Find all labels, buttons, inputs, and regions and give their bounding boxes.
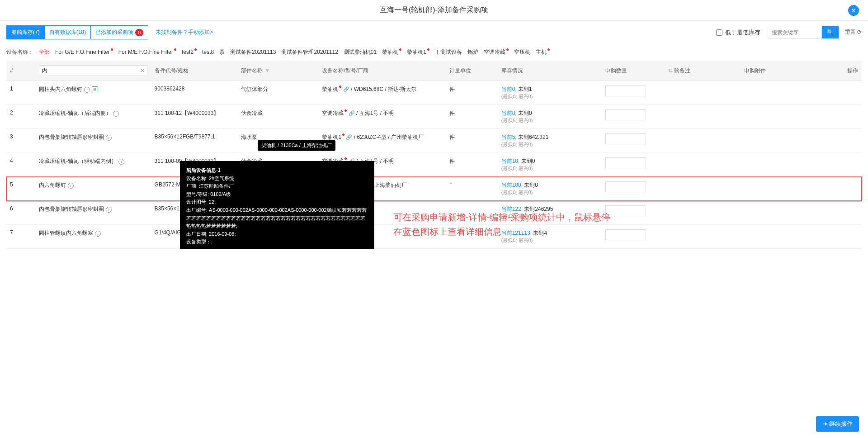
below-min-label: 低于最低库存: [725, 29, 760, 37]
stock-current[interactable]: 当前5;: [501, 134, 517, 140]
info-icon[interactable]: i: [84, 87, 90, 93]
component-name: 气缸体部分: [237, 81, 318, 105]
part-position: 内六角螺钉: [39, 182, 66, 188]
info-icon[interactable]: i: [106, 135, 112, 141]
th-position: ✕: [35, 61, 151, 81]
th-part: 部件名称▼: [237, 61, 318, 81]
info-icon[interactable]: i: [106, 207, 112, 213]
th-equip: 设备名称/型号/厂商: [318, 61, 445, 81]
equip-tooltip-pill: 柴油机 / 2135Ca / 上海柴油机厂: [258, 140, 335, 151]
filter-item[interactable]: For M/E F.O.Fine Filter: [118, 49, 176, 55]
table-row: 1圆柱头内六角螺钉i≡9003862428气缸体部分柴油机 / WD615.68…: [6, 81, 862, 105]
th-code: 备件代号/规格: [151, 61, 238, 81]
qty-input[interactable]: [605, 157, 646, 168]
equip-model: / 6230ZC-4型 / 广州柴油机厂: [354, 134, 424, 140]
part-code: 9003862428: [151, 81, 238, 105]
qty-input[interactable]: [605, 205, 646, 216]
filter-item[interactable]: 柴油机1: [407, 49, 429, 55]
filter-all[interactable]: 全部: [39, 48, 50, 56]
below-min-checkbox[interactable]: [716, 29, 722, 36]
th-stock: 库存情况: [498, 61, 602, 81]
link-icon[interactable]: [343, 86, 349, 92]
tab-ship-stock[interactable]: 船舶库存(7): [7, 26, 45, 39]
filter-item[interactable]: 锅炉: [467, 49, 478, 55]
collapse-icon[interactable]: ˄: [449, 181, 453, 189]
filter-item[interactable]: 测试柴油机01: [344, 49, 377, 55]
part-position: 圆柱头内六角螺钉: [39, 86, 82, 92]
stock-minmax: (最低0; 最高0): [501, 190, 533, 195]
filter-item[interactable]: 测试备件管理20201112: [281, 49, 338, 55]
qty-input[interactable]: [605, 133, 646, 144]
th-index: #: [6, 61, 35, 81]
th-op: 操作: [833, 61, 862, 81]
link-icon[interactable]: [349, 110, 355, 116]
table-row: 3内包骨架旋转轴唇形密封圈iB35×56×12FGB/T9877.1海水泵柴油机…: [6, 129, 862, 153]
stock-current[interactable]: 当前10;: [501, 158, 520, 164]
qty-input[interactable]: [605, 181, 646, 192]
stock-minmax: (最低5; 最高0): [501, 118, 533, 123]
link-icon[interactable]: [346, 134, 352, 140]
stock-incoming: 未到642.321: [518, 134, 548, 140]
filter-item[interactable]: 空调冷藏: [484, 49, 509, 55]
equip-name: 柴油机1: [322, 134, 341, 140]
part-code: 311 100-12【W4000033】: [151, 105, 238, 129]
reset-link[interactable]: 重置: [845, 29, 862, 36]
table-row: 2冷藏压缩机-轴瓦（后端内侧）i311 100-12【W4000033】伙食冷藏…: [6, 105, 862, 129]
filter-icon[interactable]: ▼: [264, 67, 270, 74]
part-position: 冷藏压缩机-轴瓦（驱动端内侧）: [39, 158, 117, 164]
unit: 件: [446, 153, 498, 177]
stock-current[interactable]: 当前100;: [501, 182, 523, 188]
info-icon[interactable]: i: [113, 111, 119, 117]
search-button[interactable]: 🔍: [822, 26, 839, 38]
th-unit: 计量单位: [446, 61, 498, 81]
equip-tooltip-detail: 船舶设备信息-1设备名称: 2#空气系统厂商: 江苏船舶备件厂型号/等级: 01…: [180, 161, 374, 249]
unit: 件: [446, 129, 498, 153]
th-attach: 申购附件: [741, 61, 833, 81]
part-code: B35×56×12FGB/T9877.1: [151, 129, 238, 153]
stock-current[interactable]: 当前8;: [501, 110, 517, 116]
qty-input[interactable]: [605, 229, 646, 240]
filter-item[interactable]: 测试备件20201113: [230, 49, 276, 55]
position-search-input[interactable]: [39, 65, 147, 76]
th-remark: 申购备注: [665, 61, 740, 81]
part-position: 冷藏压缩机-轴瓦（后端内侧）: [39, 110, 111, 116]
manual-add-link[interactable]: 未找到备件？手动添加>: [156, 29, 213, 36]
th-qty: 申购数量: [602, 61, 665, 81]
tab-added-badge: 0: [135, 29, 143, 36]
table-row: 4冷藏压缩机-轴瓦（驱动端内侧）i311 100-09【W4000032】伙食冷…: [6, 153, 862, 177]
equipment-filter: 设备名称： 全部 For G/E F.O.Fine FilterFor M/E …: [0, 44, 868, 61]
equip-name: 空调冷藏: [322, 110, 344, 116]
equip-name: 柴油机: [322, 86, 338, 92]
filter-item[interactable]: 泵: [219, 49, 225, 55]
filter-item[interactable]: 丁测试设备: [435, 49, 462, 55]
tab-added[interactable]: 已添加的采购项 0: [91, 26, 148, 39]
clear-icon[interactable]: ✕: [140, 67, 145, 74]
stock-current[interactable]: 当前0;: [501, 86, 517, 92]
stock-minmax: (最低0; 最高0): [501, 94, 533, 99]
filter-label: 设备名称：: [6, 48, 33, 56]
stock-incoming: 未到1: [518, 86, 532, 92]
filter-item[interactable]: test8: [202, 49, 214, 55]
close-button[interactable]: ✕: [848, 5, 859, 16]
qty-input[interactable]: [605, 110, 646, 120]
part-position: 圆柱管螺纹内六角螺塞: [39, 230, 93, 236]
table-row: 5内六角螺钉iGB2572-M12×10机油管路结合组柴油机 / 2135Ca …: [6, 177, 862, 201]
info-icon[interactable]: i: [68, 183, 74, 189]
filter-item[interactable]: 空压机: [514, 49, 530, 55]
component-name: 伙食冷藏: [237, 105, 318, 129]
below-min-checkbox-wrap[interactable]: 低于最低库存: [716, 29, 760, 37]
help-annotation: 可在采购申请新增-详情-编辑-采购项统计中，鼠标悬停 在蓝色图标上查看详细信息: [393, 210, 610, 239]
filter-item[interactable]: test2: [182, 49, 197, 55]
search-input[interactable]: [768, 27, 822, 38]
info-icon[interactable]: i: [95, 231, 101, 237]
info-icon[interactable]: i: [118, 159, 124, 165]
tab-added-label: 已添加的采购项: [95, 29, 133, 36]
unit: 件: [446, 81, 498, 105]
page-title: 互海一号(轮机部)-添加备件采购项: [380, 5, 488, 15]
filter-item[interactable]: For G/E F.O.Fine Filter: [55, 49, 113, 55]
tab-own-db[interactable]: 自有数据库(18): [45, 26, 91, 39]
filter-item[interactable]: 主机: [536, 49, 550, 55]
qty-input[interactable]: [605, 86, 646, 96]
filter-item[interactable]: 柴油机: [382, 49, 401, 55]
stock-incoming: 未到0: [524, 182, 538, 188]
